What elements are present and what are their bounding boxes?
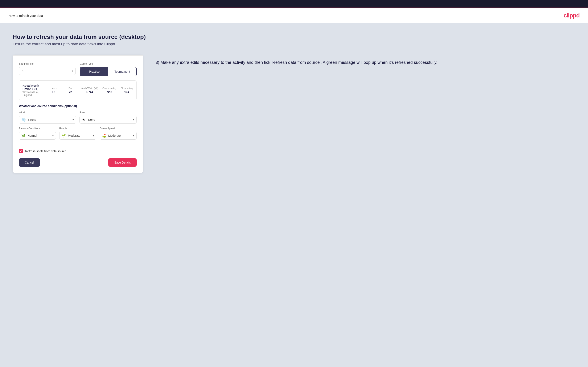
step-text: 3) Make any extra edits necessary to the…	[156, 59, 575, 66]
fairway-label: Fairway Conditions	[19, 127, 56, 130]
wind-chevron-icon: ▾	[72, 118, 74, 121]
rough-label: Rough	[59, 127, 96, 130]
course-info: Royal North Devon GC, Westward Ho!, Engl…	[23, 84, 43, 97]
starting-hole-label: Starting Hole	[19, 62, 76, 65]
slope-rating-value: 134	[121, 90, 133, 94]
top-bar	[0, 0, 588, 8]
slope-rating-stat: Slope rating 134	[121, 87, 133, 94]
holes-stat: Holes 18	[47, 87, 60, 94]
fairway-icon: 🌿	[21, 134, 26, 138]
course-rating-stat: Course rating 72.5	[102, 87, 116, 94]
page-heading: How to refresh your data from source (de…	[13, 33, 575, 40]
refresh-label: Refresh shots from data source	[25, 150, 66, 153]
clippd-logo: clippd	[564, 12, 579, 19]
par-value: 72	[64, 90, 77, 94]
game-type-group: Game Type Practice Tournament	[80, 62, 137, 76]
refresh-checkbox[interactable]	[19, 149, 23, 153]
starting-hole-value: 1	[22, 69, 72, 73]
wind-select[interactable]: 💨 Strong ▾	[19, 116, 76, 124]
rough-icon: 🌱	[62, 134, 66, 138]
green-speed-icon: ⛳	[102, 134, 106, 138]
wind-group: Wind 💨 Strong ▾	[19, 111, 76, 124]
starting-hole-group: Starting Hole 1 ▾	[19, 62, 76, 76]
rough-group: Rough 🌱 Moderate ▾	[59, 127, 96, 140]
green-speed-chevron-icon: ▾	[133, 134, 134, 137]
weather-grid: Wind 💨 Strong ▾ Rain ☀ None ▾	[19, 111, 137, 124]
rain-group: Rain ☀ None ▾	[79, 111, 137, 124]
par-label: Par	[64, 87, 77, 89]
course-rating-value: 72.5	[102, 90, 116, 94]
main-content: How to refresh your data from source (de…	[0, 23, 588, 367]
green-speed-select[interactable]: ⛳ Moderate ▾	[100, 132, 137, 140]
rough-select[interactable]: 🌱 Moderate ▾	[59, 132, 96, 140]
wind-label: Wind	[19, 111, 76, 114]
divider	[13, 145, 143, 145]
green-speed-value: Moderate	[108, 134, 121, 137]
starting-hole-select[interactable]: 1 ▾	[19, 67, 76, 75]
weather-section: Weather and course conditions (optional)…	[19, 104, 137, 140]
par-stat: Par 72	[64, 87, 77, 94]
rain-label: Rain	[79, 111, 137, 114]
rough-chevron-icon: ▾	[93, 134, 94, 137]
save-button[interactable]: Save Details	[108, 158, 137, 167]
form-card: Starting Hole 1 ▾ Game Type Practice Tou…	[13, 55, 143, 173]
yards-value: 6,744	[81, 90, 98, 94]
practice-button[interactable]: Practice	[80, 67, 108, 76]
course-location: Westward Ho!, England	[23, 91, 43, 97]
yards-label: Yards/White (M))	[81, 87, 98, 89]
cancel-button[interactable]: Cancel	[19, 158, 40, 167]
course-rating-label: Course rating	[102, 87, 116, 89]
yards-stat: Yards/White (M)) 6,744	[81, 87, 98, 94]
fairway-group: Fairway Conditions 🌿 Normal ▾	[19, 127, 56, 140]
course-row: Royal North Devon GC, Westward Ho!, Engl…	[19, 80, 137, 100]
holes-label: Holes	[47, 87, 60, 89]
wind-icon: 💨	[22, 118, 26, 122]
tournament-button[interactable]: Tournament	[108, 67, 136, 76]
course-name: Royal North Devon GC,	[23, 84, 43, 91]
rain-icon: ☀	[82, 118, 85, 122]
fairway-value: Normal	[27, 134, 37, 137]
refresh-row: Refresh shots from data source	[19, 149, 137, 153]
sidebar-instruction: 3) Make any extra edits necessary to the…	[156, 55, 575, 66]
header: How to refresh your data clippd	[0, 8, 588, 23]
game-type-label: Game Type	[80, 62, 137, 65]
holes-value: 18	[47, 90, 60, 94]
fairway-select[interactable]: 🌿 Normal ▾	[19, 132, 56, 140]
rain-chevron-icon: ▾	[133, 118, 134, 121]
green-speed-label: Green Speed	[100, 127, 137, 130]
conditions-grid: Fairway Conditions 🌿 Normal ▾ Rough 🌱 Mo…	[19, 127, 137, 140]
fairway-chevron-icon: ▾	[52, 134, 54, 137]
rain-select[interactable]: ☀ None ▾	[79, 116, 137, 124]
page-subheading: Ensure the correct and most up to date d…	[13, 42, 575, 46]
slope-rating-label: Slope rating	[121, 87, 133, 89]
rough-value: Moderate	[68, 134, 80, 137]
weather-section-label: Weather and course conditions (optional)	[19, 104, 137, 108]
game-type-toggle: Practice Tournament	[80, 67, 137, 76]
wind-value: Strong	[27, 118, 36, 121]
rain-value: None	[88, 118, 95, 121]
button-row: Cancel Save Details	[19, 158, 137, 167]
green-speed-group: Green Speed ⛳ Moderate ▾	[100, 127, 137, 140]
card-top-strip	[13, 55, 143, 56]
header-title: How to refresh your data	[9, 14, 43, 17]
